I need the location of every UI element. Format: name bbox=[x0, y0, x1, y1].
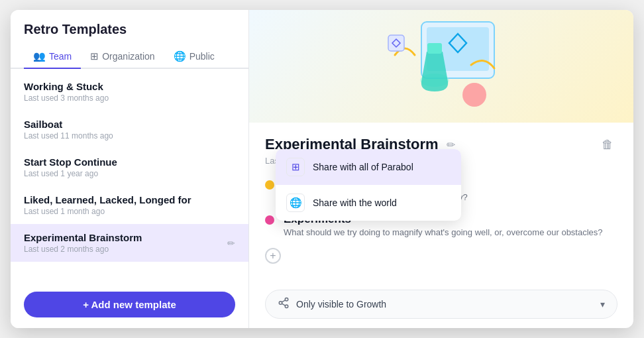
list-item[interactable]: Sailboat Last used 11 months ago ✏ bbox=[11, 111, 248, 148]
svg-line-11 bbox=[282, 304, 285, 306]
list-item[interactable]: Experimental Brainstorm Last used 2 mont… bbox=[11, 224, 248, 262]
tab-public-label: Public bbox=[189, 51, 215, 62]
illustration bbox=[249, 10, 633, 123]
template-meta: Last used 11 months ago bbox=[24, 131, 113, 141]
svg-rect-3 bbox=[427, 43, 442, 54]
share-bar[interactable]: Only visible to Growth ▾ bbox=[265, 290, 617, 319]
svg-rect-6 bbox=[388, 35, 404, 51]
retro-templates-modal: Retro Templates 👥 Team ⊞ Organization 🌐 … bbox=[11, 10, 633, 328]
template-meta: Last used 2 months ago bbox=[24, 245, 142, 254]
share-icon bbox=[278, 297, 290, 311]
add-column-button[interactable]: + bbox=[265, 248, 281, 264]
globe-icon: 🌐 bbox=[174, 50, 186, 62]
template-name: Start Stop Continue bbox=[24, 156, 117, 168]
share-all-label: Share with all of Parabol bbox=[313, 162, 413, 172]
team-icon: 👥 bbox=[33, 50, 46, 62]
tab-public[interactable]: 🌐 Public bbox=[164, 45, 224, 69]
edit-icon: ✏ bbox=[227, 238, 235, 249]
list-item[interactable]: Working & Stuck Last used 3 months ago ✏ bbox=[11, 73, 248, 111]
template-meta: Last used 1 month ago bbox=[24, 207, 191, 216]
yellow-dot bbox=[265, 180, 274, 190]
template-list: Working & Stuck Last used 3 months ago ✏… bbox=[11, 69, 248, 284]
tab-organization[interactable]: ⊞ Organization bbox=[81, 45, 164, 69]
list-item[interactable]: Liked, Learned, Lacked, Longed for Last … bbox=[11, 186, 248, 224]
svg-point-5 bbox=[462, 83, 486, 107]
tab-org-label: Organization bbox=[102, 51, 154, 62]
add-template-button[interactable]: + Add new template bbox=[24, 292, 235, 317]
panel-header: Retro Templates 👥 Team ⊞ Organization 🌐 … bbox=[11, 10, 248, 69]
chevron-down-icon: ▾ bbox=[600, 299, 605, 310]
left-panel: Retro Templates 👥 Team ⊞ Organization 🌐 … bbox=[11, 10, 249, 328]
tabs: 👥 Team ⊞ Organization 🌐 Public bbox=[11, 45, 248, 69]
share-dropdown: ⊞ Share with all of Parabol 🌐 Share with… bbox=[276, 149, 461, 221]
template-name: Liked, Learned, Lacked, Longed for bbox=[24, 194, 191, 205]
org-icon: ⊞ bbox=[90, 50, 99, 62]
tab-team-label: Team bbox=[49, 51, 72, 62]
globe-icon: 🌐 bbox=[286, 194, 305, 212]
template-name: Working & Stuck bbox=[24, 81, 109, 92]
template-name: Experimental Brainstorm bbox=[24, 232, 142, 243]
column-desc: What should we try doing to magnify what… bbox=[284, 227, 603, 237]
tab-team[interactable]: 👥 Team bbox=[24, 45, 81, 69]
template-name: Sailboat bbox=[24, 119, 113, 130]
delete-button[interactable]: 🗑 bbox=[598, 137, 617, 153]
right-panel: Experimental Brainstorm ✏ 🗑 Last used 2 … bbox=[249, 10, 633, 328]
share-all-icon: ⊞ bbox=[286, 158, 305, 176]
panel-title: Retro Templates bbox=[24, 22, 235, 37]
svg-line-12 bbox=[282, 300, 285, 302]
share-world-label: Share with the world bbox=[313, 197, 397, 208]
share-bar-label: Only visible to Growth bbox=[296, 299, 386, 310]
share-world-option[interactable]: 🌐 Share with the world bbox=[276, 185, 461, 221]
share-all-option[interactable]: ⊞ Share with all of Parabol bbox=[276, 149, 461, 185]
template-meta: Last used 1 year ago bbox=[24, 169, 117, 178]
pink-dot bbox=[265, 215, 274, 225]
add-column: + bbox=[265, 248, 617, 264]
template-meta: Last used 3 months ago bbox=[24, 93, 109, 103]
list-item[interactable]: Start Stop Continue Last used 1 year ago… bbox=[11, 148, 248, 186]
